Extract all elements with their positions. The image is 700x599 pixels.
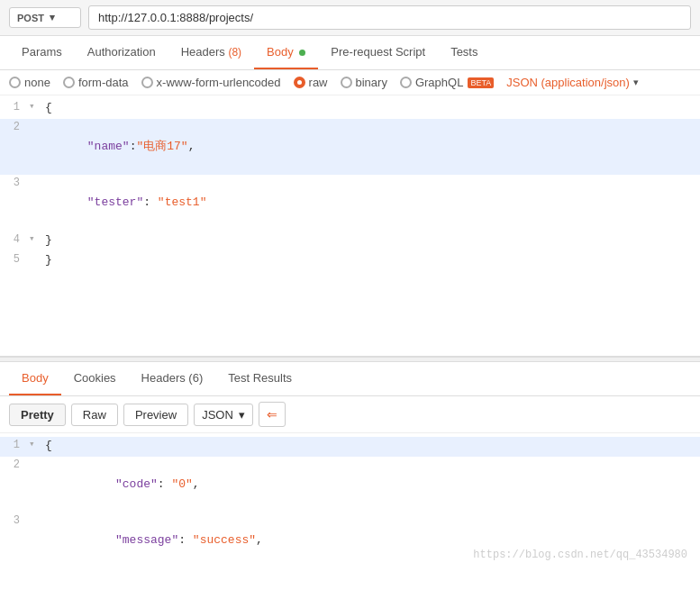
req-key-2: "name" [87,140,130,153]
req-val-3: "test1" [158,195,207,209]
resp-key-3: "message" [115,533,178,547]
req-line-3: 3 "tester": "test1" [0,175,700,231]
tab-resp-cookies[interactable]: Cookies [61,362,129,395]
radio-graphql [400,77,412,88]
response-format-select[interactable]: JSON ▾ [194,404,253,426]
method-arrow-icon: ▾ [50,12,55,23]
option-binary-label: binary [356,76,387,89]
tab-authorization[interactable]: Authorization [75,36,168,69]
url-input[interactable] [88,5,691,30]
response-toolbar: Pretty Raw Preview JSON ▾ ⇐ [0,396,700,433]
radio-none [9,77,21,88]
option-formdata[interactable]: form-data [63,76,129,89]
wrap-button[interactable]: ⇐ [259,402,286,427]
tab-body[interactable]: Body [254,36,318,69]
resp-linenum-1: 1 [0,437,29,454]
url-bar: POST ▾ [0,0,700,36]
option-none-label: none [24,76,50,89]
response-format-label: JSON [202,408,233,422]
req-linenum-3: 3 [0,175,29,192]
tab-prerequest[interactable]: Pre-request Script [318,36,438,69]
resp-linenum-2: 2 [0,457,29,474]
request-editor[interactable]: 1 ▾ { 2 "name":"电商17", 3 "tester": "test… [0,95,700,357]
req-content-1: { [41,99,700,118]
tab-params[interactable]: Params [9,36,75,69]
top-tabs: Params Authorization Headers (8) Body Pr… [0,36,700,70]
req-arrow-4: ▾ [29,231,41,248]
req-line-5: 5 } [0,251,700,271]
radio-urlencoded [141,77,153,88]
wrap-icon: ⇐ [267,407,277,422]
option-raw[interactable]: raw [294,76,328,89]
req-line-2: 2 "name":"电商17", [0,119,700,175]
option-graphql[interactable]: GraphQL BETA [400,76,494,89]
radio-formdata [63,77,75,88]
resp-arrow-1: ▾ [29,437,41,453]
raw-button[interactable]: Raw [71,404,118,426]
req-line-4: 4 ▾ } [0,231,700,251]
resp-linenum-3: 3 [0,513,29,530]
tab-resp-testresults[interactable]: Test Results [215,362,305,395]
method-select[interactable]: POST ▾ [9,7,81,28]
req-key-3: "tester" [87,195,143,209]
json-format-arrow-icon: ▾ [633,77,639,88]
option-urlencoded-label: x-www-form-urlencoded [157,76,281,89]
req-content-2: "name":"电商17", [41,119,700,175]
resp-line-1: 1 ▾ { [0,437,700,457]
response-editor[interactable]: 1 ▾ { 2 "code": "0", 3 "message": "succe… [0,433,700,568]
req-content-4: } [41,231,700,250]
req-arrow-1: ▾ [29,99,41,115]
tab-resp-headers[interactable]: Headers (6) [129,362,216,395]
body-dot [299,50,305,56]
req-line-1: 1 ▾ { [0,99,700,119]
resp-content-1: { [41,437,700,456]
req-val-2: "电商17" [136,140,187,153]
req-linenum-1: 1 [0,99,29,116]
headers-badge: (8) [228,46,241,59]
req-linenum-2: 2 [0,119,29,136]
preview-button[interactable]: Preview [123,404,188,426]
option-formdata-label: form-data [78,76,129,89]
option-graphql-label: GraphQL [415,76,463,89]
option-urlencoded[interactable]: x-www-form-urlencoded [141,76,281,89]
option-raw-label: raw [309,76,328,89]
graphql-beta-badge: BETA [468,77,494,88]
req-content-3: "tester": "test1" [41,175,700,231]
tab-tests[interactable]: Tests [438,36,490,69]
resp-content-3: "message": "success", [41,513,700,568]
option-binary[interactable]: binary [341,76,387,89]
bottom-tabs: Body Cookies Headers (6) Test Results [0,362,700,396]
resp-val-2: "0" [171,477,192,491]
json-format-select[interactable]: JSON (application/json) ▾ [506,76,639,89]
option-none[interactable]: none [9,76,50,89]
resp-key-2: "code" [115,477,158,491]
resp-line-3: 3 "message": "success", [0,513,700,568]
radio-binary [341,77,352,88]
radio-raw [294,77,305,88]
resp-val-3: "success" [193,533,256,547]
resp-content-2: "code": "0", [41,457,700,513]
req-content-5: } [41,251,700,270]
response-format-arrow-icon: ▾ [239,408,245,422]
json-format-label: JSON (application/json) [506,76,630,89]
tab-headers[interactable]: Headers (8) [168,36,254,69]
req-linenum-5: 5 [0,251,29,268]
method-label: POST [17,13,44,23]
resp-line-2: 2 "code": "0", [0,457,700,513]
req-linenum-4: 4 [0,231,29,249]
tab-resp-body[interactable]: Body [9,362,61,395]
pretty-button[interactable]: Pretty [9,404,66,426]
body-options: none form-data x-www-form-urlencoded raw… [0,70,700,95]
